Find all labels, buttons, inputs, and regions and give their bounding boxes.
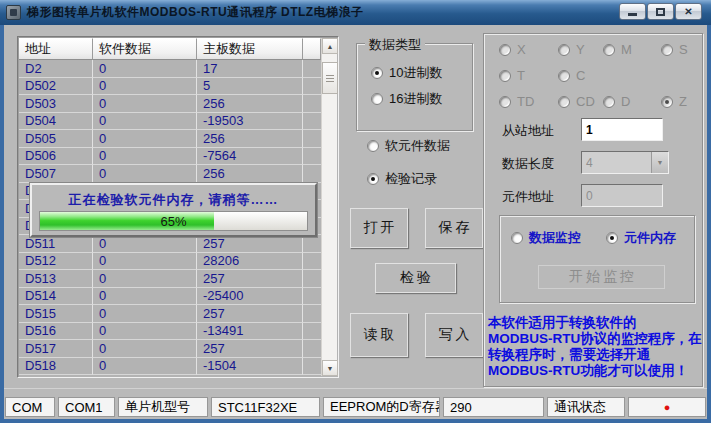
cell-address: D504 (19, 113, 93, 131)
status-dot-icon: ● (664, 401, 671, 413)
radio-m-label: M (621, 42, 632, 57)
table-row[interactable]: D5040-19503 (19, 113, 321, 131)
cell-software-data: 0 (93, 305, 197, 323)
save-button[interactable]: 保存 (425, 208, 483, 248)
vertical-scrollbar[interactable]: ▲ ▼ (321, 38, 337, 376)
app-icon (6, 5, 21, 20)
cell-mainboard-data: -7564 (197, 148, 303, 166)
scroll-up-arrow-icon: ▲ (327, 43, 334, 50)
data-length-dropdown: 4 ▼ (581, 151, 669, 174)
minimize-icon (628, 13, 637, 16)
cell-mainboard-data: -13491 (197, 323, 303, 341)
table-row[interactable]: D512028206 (19, 253, 321, 271)
cell-software-data: 0 (93, 288, 197, 306)
open-button[interactable]: 打开 (350, 208, 408, 248)
table-row[interactable]: D5130257 (19, 270, 321, 288)
cell-mainboard-data: 257 (197, 340, 303, 358)
radio-s-circle (661, 44, 673, 56)
radio-z-label: Z (679, 94, 687, 109)
radio-decimal[interactable]: 10进制数 (371, 64, 442, 82)
cell-software-data: 0 (93, 165, 197, 183)
close-button[interactable]: ✕ (675, 3, 702, 20)
cell-blank (303, 60, 321, 78)
slave-address-label: 从站地址 (502, 122, 554, 140)
cell-software-data: 0 (93, 270, 197, 288)
scroll-down-arrow-icon: ▼ (327, 365, 334, 372)
cell-blank (303, 148, 321, 166)
cell-address: D503 (19, 95, 93, 113)
cell-mainboard-data: -19503 (197, 113, 303, 131)
verify-button[interactable]: 检验 (375, 263, 456, 293)
scrollbar-thumb[interactable] (322, 62, 338, 94)
cell-blank (303, 235, 321, 253)
maximize-button[interactable] (647, 3, 674, 20)
write-button[interactable]: 写入 (425, 313, 483, 357)
radio-decimal-circle (371, 67, 383, 79)
radio-hex[interactable]: 16进制数 (371, 90, 442, 108)
data-length-label: 数据长度 (502, 155, 554, 173)
table-row[interactable]: D5050256 (19, 130, 321, 148)
cell-blank (303, 78, 321, 96)
cell-blank (303, 305, 321, 323)
cell-software-data: 0 (93, 78, 197, 96)
cell-address: D2 (19, 60, 93, 78)
scroll-up-button[interactable]: ▲ (322, 38, 338, 54)
radio-decimal-label: 10进制数 (389, 64, 442, 82)
radio-hex-label: 16进制数 (389, 90, 442, 108)
cell-software-data: 0 (93, 60, 197, 78)
table-row[interactable]: D50205 (19, 78, 321, 96)
status-indicator-cell: ● (628, 397, 706, 417)
table-row[interactable]: D5070256 (19, 165, 321, 183)
radio-d-circle (603, 96, 615, 108)
cell-blank (303, 288, 321, 306)
close-icon: ✕ (684, 6, 692, 17)
cell-blank (303, 253, 321, 271)
radio-data-monitor[interactable]: 数据监控 (511, 229, 581, 247)
table-row[interactable]: D5180-1504 (19, 358, 321, 376)
radio-s-label: S (679, 42, 688, 57)
cell-blank (303, 165, 321, 183)
app-window: 梯形图转单片机软件MODBOS-RTU通讯程序 DTLZ电梯浪子 ✕ 地址 软件… (0, 0, 711, 423)
read-button[interactable]: 读取 (350, 313, 408, 357)
scroll-down-button[interactable]: ▼ (322, 360, 338, 376)
table-row[interactable]: D5030256 (19, 95, 321, 113)
radio-soft-element-data-label: 软元件数据 (385, 137, 450, 155)
radio-verify-record[interactable]: 检验记录 (367, 170, 437, 188)
cell-blank (303, 130, 321, 148)
radio-soft-element-data[interactable]: 软元件数据 (367, 137, 450, 155)
cell-blank (303, 270, 321, 288)
radio-td: TD (499, 94, 534, 109)
radio-td-circle (499, 96, 511, 108)
radio-element-memory[interactable]: 元件内存 (606, 229, 676, 247)
table-row[interactable]: D5110257 (19, 235, 321, 253)
cell-mainboard-data: 256 (197, 130, 303, 148)
table-row[interactable]: D5140-25400 (19, 288, 321, 306)
cell-mainboard-data: 17 (197, 60, 303, 78)
cell-software-data: 0 (93, 340, 197, 358)
cell-address: D515 (19, 305, 93, 323)
radio-x: X (499, 42, 526, 57)
minimize-button[interactable] (619, 3, 646, 20)
table-row[interactable]: D2017 (19, 60, 321, 78)
info-text: 本软件适用于转换软件的 MODBUS-RTU协议的监控程序，在 转换程序时，需要… (488, 315, 706, 379)
table-row[interactable]: D5150257 (19, 305, 321, 323)
cell-software-data: 0 (93, 323, 197, 341)
radio-soft-element-data-circle (367, 140, 379, 152)
titlebar: 梯形图转单片机软件MODBOS-RTU通讯程序 DTLZ电梯浪子 ✕ (0, 0, 711, 25)
table-row[interactable]: D5170257 (19, 340, 321, 358)
cell-mainboard-data: 28206 (197, 253, 303, 271)
cell-software-data: 0 (93, 130, 197, 148)
element-address-label: 元件地址 (502, 188, 554, 206)
cell-blank (303, 95, 321, 113)
cell-mainboard-data: 257 (197, 270, 303, 288)
radio-y: Y (558, 42, 585, 57)
table-row[interactable]: D5160-13491 (19, 323, 321, 341)
slave-address-input[interactable] (581, 118, 663, 141)
progress-dialog: 正在检验软元件内存，请稍等…… 65% (30, 183, 317, 237)
status-com-port: COM1 (58, 397, 115, 417)
cell-mainboard-data: 256 (197, 95, 303, 113)
radio-dot (665, 100, 669, 104)
radio-dot (375, 71, 379, 75)
table-row[interactable]: D5060-7564 (19, 148, 321, 166)
cell-blank (303, 113, 321, 131)
